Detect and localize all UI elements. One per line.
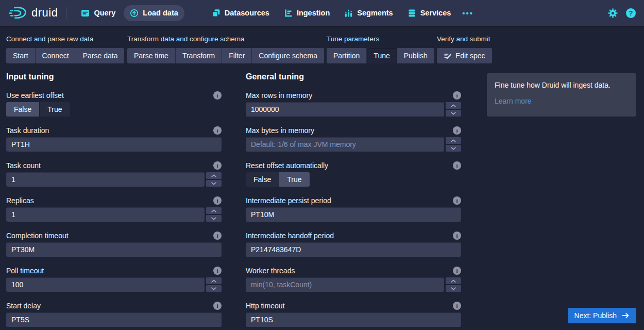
- step-button-transform[interactable]: Transform: [176, 48, 222, 63]
- field-label: Use earliest offset: [6, 91, 64, 100]
- nav-item-label: Segments: [357, 9, 393, 17]
- chevron-down-icon: [211, 182, 216, 185]
- stepper-up-button[interactable]: [446, 137, 461, 144]
- info-icon[interactable]: i: [213, 161, 222, 170]
- info-icon[interactable]: i: [213, 302, 222, 310]
- field-input[interactable]: [6, 242, 222, 257]
- info-icon[interactable]: i: [453, 126, 461, 135]
- stepper-up-button[interactable]: [206, 277, 222, 284]
- step-button-filter[interactable]: Filter: [222, 48, 252, 63]
- info-icon[interactable]: i: [453, 302, 461, 310]
- info-icon[interactable]: i: [213, 232, 222, 240]
- field-input[interactable]: [246, 277, 444, 292]
- nav-item-segments[interactable]: Segments: [338, 5, 399, 21]
- segment-option-true[interactable]: True: [40, 102, 70, 117]
- field-label: Task duration: [6, 126, 49, 135]
- nav-item-ingestion[interactable]: Ingestion: [278, 5, 336, 21]
- field-label: Poll timeout: [6, 267, 44, 275]
- learn-more-link[interactable]: Learn more: [495, 97, 532, 105]
- step-button-configure-schema[interactable]: Configure schema: [252, 48, 324, 63]
- chevron-up-icon: [451, 279, 456, 283]
- info-icon[interactable]: i: [453, 196, 461, 205]
- stepper-down-button[interactable]: [446, 285, 461, 292]
- stepper-up-button[interactable]: [206, 172, 222, 179]
- nav-item-query[interactable]: Query: [75, 5, 122, 21]
- segment-option-false[interactable]: False: [246, 172, 279, 187]
- number-stepper: [446, 137, 461, 152]
- stepper-down-button[interactable]: [206, 285, 222, 292]
- form-field: Use earliest offsetiFalseTrue: [6, 90, 222, 117]
- stepper-down-button[interactable]: [206, 215, 222, 222]
- info-icon[interactable]: i: [453, 267, 461, 275]
- info-callout: Fine tune how Druid will ingest data. Le…: [487, 73, 636, 117]
- field-label: Completion timeout: [6, 232, 69, 240]
- field-input[interactable]: [246, 102, 444, 117]
- field-input[interactable]: [6, 277, 205, 292]
- step-button-partition[interactable]: Partition: [327, 48, 367, 63]
- chevron-up-icon: [211, 279, 216, 283]
- step-group-label: Tune parameters: [327, 35, 434, 43]
- step-button-connect[interactable]: Connect: [36, 48, 76, 63]
- number-stepper: [446, 102, 461, 117]
- field-label: Max bytes in memory: [246, 126, 314, 135]
- info-icon[interactable]: i: [453, 161, 461, 170]
- step-group: Verify and submitEdit spec: [437, 35, 492, 63]
- nav-item-services[interactable]: Services: [401, 5, 457, 21]
- datasources-icon: [212, 9, 221, 18]
- section-title: Input tuning: [6, 72, 222, 81]
- step-button-publish[interactable]: Publish: [397, 48, 434, 63]
- field-input[interactable]: [6, 172, 205, 187]
- stepper-down-button[interactable]: [446, 145, 461, 152]
- info-icon[interactable]: i: [213, 126, 222, 135]
- field-input[interactable]: [246, 137, 444, 152]
- step-button-label: Edit spec: [455, 52, 485, 60]
- more-menu-button[interactable]: •••: [457, 6, 479, 21]
- field-label: Start delay: [6, 302, 41, 310]
- nav-item-label: Services: [420, 9, 451, 17]
- segmented-control: FalseTrue: [6, 102, 70, 117]
- field-input[interactable]: [246, 207, 461, 222]
- chevron-down-icon: [451, 112, 456, 115]
- stepper-up-button[interactable]: [206, 207, 222, 214]
- help-icon[interactable]: ?: [626, 8, 636, 18]
- settings-gear-icon[interactable]: [608, 8, 618, 18]
- nav-item-load-data[interactable]: Load data: [124, 5, 184, 21]
- stepper-down-button[interactable]: [206, 180, 222, 187]
- form-field: Reset offset automaticallyiFalseTrue: [246, 160, 461, 187]
- segment-option-true[interactable]: True: [279, 172, 309, 187]
- nav-right: ?: [608, 8, 636, 18]
- step-button-parse-time[interactable]: Parse time: [127, 48, 176, 63]
- nav-item-label: Datasources: [225, 9, 269, 17]
- info-icon[interactable]: i: [213, 267, 222, 275]
- form-field: Completion timeouti: [6, 230, 222, 257]
- nav-item-datasources[interactable]: Datasources: [206, 5, 276, 21]
- step-button-parse-data[interactable]: Parse data: [76, 48, 125, 63]
- info-icon[interactable]: i: [453, 232, 461, 240]
- next-publish-button[interactable]: Next: Publish: [568, 308, 636, 323]
- step-button-label: Tune: [374, 52, 389, 60]
- field-input[interactable]: [246, 312, 461, 327]
- stepper-up-button[interactable]: [446, 102, 461, 109]
- druid-logo[interactable]: druid: [8, 5, 58, 21]
- field-label: Intermediate persist period: [246, 196, 331, 205]
- field-input[interactable]: [6, 207, 205, 222]
- field-input[interactable]: [6, 137, 222, 152]
- segment-option-false[interactable]: False: [6, 102, 40, 117]
- step-button-start[interactable]: Start: [6, 48, 36, 63]
- chevron-up-icon: [451, 139, 456, 142]
- next-publish-label: Next: Publish: [574, 311, 617, 320]
- field-label: Intermediate handoff period: [246, 232, 334, 240]
- field-input[interactable]: [246, 242, 461, 257]
- step-group-label: Connect and parse raw data: [6, 35, 124, 43]
- step-button-edit-spec[interactable]: Edit spec: [437, 48, 492, 63]
- info-icon[interactable]: i: [453, 91, 461, 100]
- step-group: Transform data and configure schemaParse…: [127, 35, 324, 63]
- field-label: Http timeout: [246, 302, 284, 310]
- chevron-up-icon: [211, 174, 216, 177]
- step-button-tune[interactable]: Tune: [367, 48, 397, 63]
- field-input[interactable]: [6, 312, 222, 327]
- stepper-up-button[interactable]: [446, 277, 461, 284]
- stepper-down-button[interactable]: [446, 110, 461, 117]
- info-icon[interactable]: i: [213, 196, 222, 205]
- info-icon[interactable]: i: [213, 91, 222, 100]
